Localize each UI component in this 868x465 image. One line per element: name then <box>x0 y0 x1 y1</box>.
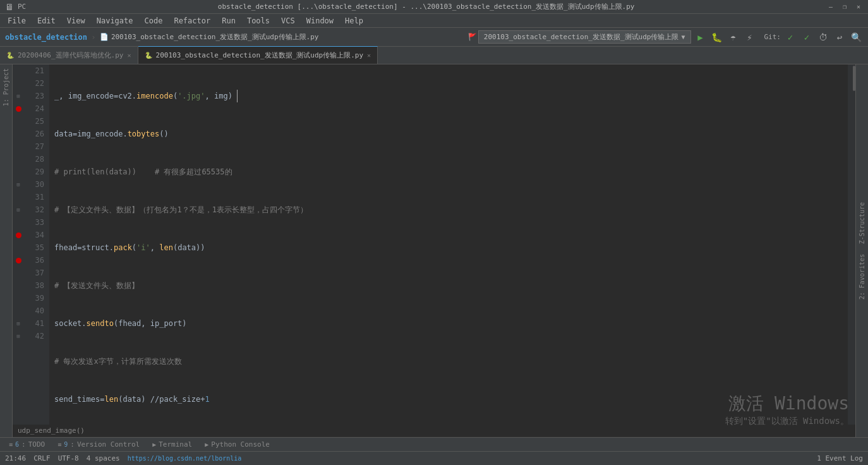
todo-label: TODO <box>28 440 45 449</box>
git-check1[interactable]: ✓ <box>783 30 797 44</box>
profile-button[interactable]: ⚡ <box>743 30 757 44</box>
run-button[interactable]: ▶ <box>694 30 708 44</box>
terminal-label: Terminal <box>159 440 192 449</box>
menu-edit[interactable]: Edit <box>32 15 61 27</box>
function-name: udp_send_image() <box>18 426 85 435</box>
history-button[interactable]: ⏱ <box>816 30 830 44</box>
tab-1-label: 200103_obstacle_detection_发送数据_测试udp传输上限… <box>156 51 364 60</box>
tab-0-label: 20200406_遥障代码落地优化.py <box>18 51 123 60</box>
project-panel-label[interactable]: 1: Project <box>3 64 9 110</box>
bottom-tabs-bar: ≡ 6: TODO ≡ 9: Version Control ▶ Termina… <box>0 437 868 451</box>
breadcrumb-bar: udp_send_image() <box>13 425 855 437</box>
code-line-22: data = img_encode.tobytes() <box>54 128 843 140</box>
python-console-label: Python Console <box>211 440 270 449</box>
code-line-25: fhead = struct.pack('i', len(data)) <box>54 241 843 254</box>
python-console-tab[interactable]: ▶ Python Console <box>198 438 276 452</box>
z-structure-label[interactable]: Z-Structure <box>859 197 865 249</box>
window-title: obstacle_detection [...\obstacle_detecti… <box>26 2 826 11</box>
project-name[interactable]: obstacle_detection <box>5 33 87 42</box>
code-editor[interactable]: ⊞ ⊞ ⊞ ⊞ ⊞ <box>13 64 855 425</box>
terminal-icon: ▶ <box>152 441 156 448</box>
run-config-selector[interactable]: 200103_obstacle_detection_发送数据_测试udp传输上限… <box>478 30 691 44</box>
tabs-bar: 🐍 20200406_遥障代码落地优化.py ✕ 🐍 200103_obstac… <box>0 47 868 64</box>
code-line-24: # 【定义文件头、数据】（打包名为1？不是，1表示长整型，占四个字节） <box>54 203 843 216</box>
editor-area: ⊞ ⊞ ⊞ ⊞ ⊞ <box>13 64 855 437</box>
todo-num: 6 <box>15 441 19 448</box>
favorites-label[interactable]: 2: Favorites <box>859 249 865 305</box>
undo-button[interactable]: ↩ <box>833 30 847 44</box>
toolbar-file-icon: 📄 <box>100 33 109 41</box>
code-line-21: _, img_encode = cv2.imencode('.jpg', img… <box>54 90 843 102</box>
line-numbers: 21 22 23 24 25 26 27 28 29 30 31 32 33 3… <box>24 64 49 425</box>
minimap-gutter <box>848 64 855 425</box>
tab-0-close[interactable]: ✕ <box>127 52 131 59</box>
todo-tab[interactable]: ≡ 6: TODO <box>3 438 51 452</box>
coverage-button[interactable]: ☂ <box>726 30 740 44</box>
close-button[interactable]: ✕ <box>854 3 863 11</box>
menu-view[interactable]: View <box>62 15 90 27</box>
vc-label: Version Control <box>77 440 140 449</box>
menu-code[interactable]: Code <box>140 15 168 27</box>
code-line-23: # print(len(data)) # 有很多超过65535的 <box>54 166 843 178</box>
search-toolbar-button[interactable]: 🔍 <box>849 30 863 44</box>
code-line-27: socket.sendto(fhead, ip_port) <box>54 317 843 330</box>
code-line-26: # 【发送文件头、数据】 <box>54 279 843 292</box>
tab-0-icon: 🐍 <box>6 52 14 59</box>
app-icon-label: PC <box>18 3 26 11</box>
crlf-status[interactable]: CRLF <box>33 454 51 462</box>
code-content[interactable]: _, img_encode = cv2.imencode('.jpg', img… <box>49 64 848 425</box>
version-control-tab[interactable]: ≡ 9: Version Control <box>51 438 146 452</box>
menu-navigate[interactable]: Navigate <box>92 15 138 27</box>
debug-button[interactable]: 🐛 <box>710 30 724 44</box>
gutter: ⊞ ⊞ ⊞ ⊞ ⊞ <box>13 64 24 425</box>
tab-0[interactable]: 🐍 20200406_遥障代码落地优化.py ✕ <box>0 46 138 64</box>
python-console-icon: ▶ <box>205 441 208 448</box>
menu-run[interactable]: Run <box>217 15 241 27</box>
menu-help[interactable]: Help <box>340 15 368 27</box>
terminal-tab[interactable]: ▶ Terminal <box>146 438 198 452</box>
tab-1-close[interactable]: ✕ <box>367 52 371 59</box>
vc-icon: ≡ <box>57 441 61 448</box>
maximize-button[interactable]: ❐ <box>840 3 849 11</box>
toolbar-file-path: 200103_obstacle_detection_发送数据_测试udp传输上限… <box>111 32 319 42</box>
run-config-container: 🚩 200103_obstacle_detection_发送数据_测试udp传输… <box>468 30 691 44</box>
menu-window[interactable]: Window <box>301 15 339 27</box>
main-area: 1: Project ⊞ ⊞ ⊞ <box>0 64 868 437</box>
indent-status[interactable]: 4 spaces <box>87 454 120 462</box>
run-config-label: 200103_obstacle_detection_发送数据_测试udp传输上限 <box>484 32 679 42</box>
menu-refactor[interactable]: Refactor <box>169 15 215 27</box>
menu-bar: File Edit View Navigate Code Refactor Ru… <box>0 14 868 28</box>
code-line-29: send_times = len(data) // pack_size + 1 <box>54 393 843 406</box>
left-panel: 1: Project <box>0 64 13 437</box>
menu-file[interactable]: File <box>3 15 31 27</box>
tab-1[interactable]: 🐍 200103_obstacle_detection_发送数据_测试udp传输… <box>138 46 378 64</box>
menu-tools[interactable]: Tools <box>242 15 275 27</box>
todo-icon: ≡ <box>9 441 13 448</box>
url-status: https://blog.csdn.net/lbornlia <box>128 455 242 462</box>
toolbar: obstacle_detection › 📄 200103_obstacle_d… <box>0 28 868 47</box>
minimize-button[interactable]: — <box>826 3 835 11</box>
menu-vcs[interactable]: VCS <box>276 15 300 27</box>
status-bar: 21:46 CRLF UTF-8 4 spaces https://blog.c… <box>0 451 868 465</box>
event-log-status[interactable]: 1 Event Log <box>817 454 863 462</box>
git-check2[interactable]: ✓ <box>800 30 814 44</box>
right-panel: Z-Structure 2: Favorites <box>855 64 868 437</box>
code-line-28: # 每次发送x字节，计算所需发送次数 <box>54 355 843 368</box>
tab-1-icon: 🐍 <box>145 52 152 59</box>
vc-num: 9 <box>64 441 68 448</box>
encoding-status[interactable]: UTF-8 <box>58 454 79 462</box>
git-label: Git: <box>764 33 781 41</box>
title-bar: 🖥 PC obstacle_detection [...\obstacle_de… <box>0 0 868 14</box>
line-col-status: 21:46 <box>5 454 26 462</box>
